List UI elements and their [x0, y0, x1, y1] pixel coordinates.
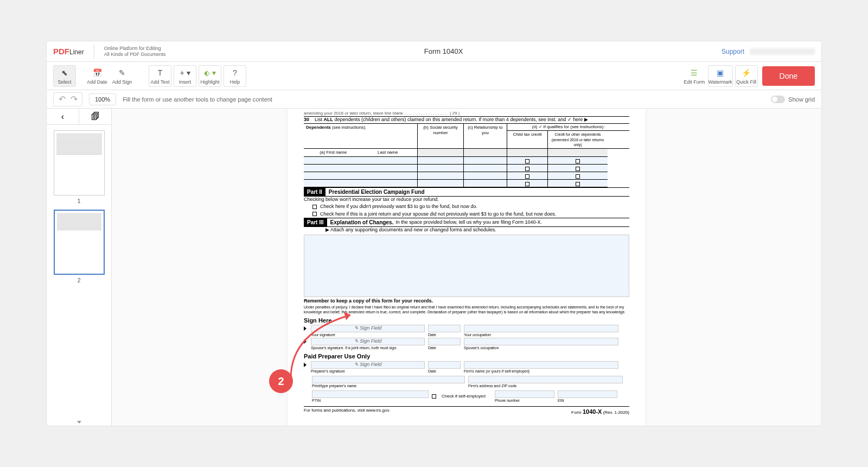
- plus-icon: + ▾: [180, 67, 190, 78]
- form-icon: ☰: [691, 67, 698, 78]
- annotation-arrow: [280, 311, 361, 381]
- divider: [94, 45, 94, 59]
- thumbnail-page-2[interactable]: 2: [54, 210, 105, 283]
- app-frame: PDFLiner Online Platform for Editing All…: [46, 41, 822, 426]
- thumbnails: 1 2: [47, 125, 111, 426]
- firm-name-field[interactable]: [464, 361, 618, 369]
- pages-tab[interactable]: 🗐: [79, 109, 111, 124]
- undo-redo-group: ↶ ↷: [53, 92, 82, 106]
- select-tool[interactable]: ⬉ Select: [53, 65, 76, 87]
- check-line-2[interactable]: Check here if this is a joint return and…: [304, 211, 629, 218]
- annotation-badge: 2: [269, 369, 293, 393]
- page-footer: For forms and publications, visit www.ir…: [304, 406, 629, 415]
- logo: PDFLiner Online Platform for Editing All…: [53, 45, 165, 59]
- thumbnail-page-1[interactable]: 1: [54, 130, 105, 204]
- self-employed-checkbox[interactable]: [432, 394, 436, 399]
- question-icon: ?: [233, 67, 237, 78]
- logo-desc: Online Platform for Editing All Kinds of…: [104, 46, 166, 58]
- scroll-down-icon[interactable]: [77, 421, 81, 424]
- highlight-button[interactable]: ⬖ ▾ Highlight: [199, 65, 221, 87]
- quick-fill-button[interactable]: ⚡ Quick Fill: [735, 65, 758, 87]
- check-line-1[interactable]: Check here if you didn't previously want…: [304, 203, 629, 211]
- insert-button[interactable]: + ▾ Insert: [174, 65, 196, 87]
- watermark-icon: ▣: [717, 67, 724, 78]
- zoom-level[interactable]: 100%: [89, 93, 116, 105]
- add-sign-button[interactable]: ✎ Add Sign: [111, 65, 133, 87]
- main-area: ‹ 🗐 1 2 amending your 2018 or later retu…: [47, 109, 821, 426]
- part-2-header: Part II Presidential Election Campaign F…: [304, 187, 629, 197]
- watermark-button[interactable]: ▣ Watermark: [708, 65, 733, 87]
- sidebar: ‹ 🗐 1 2: [47, 109, 112, 426]
- toggle-switch[interactable]: [771, 96, 785, 103]
- logo-liner: Liner: [69, 48, 84, 56]
- add-date-button[interactable]: 📅 Add Date: [86, 65, 108, 87]
- header: PDFLiner Online Platform for Editing All…: [47, 41, 821, 62]
- ptin-field[interactable]: [312, 390, 429, 398]
- dependent-row[interactable]: [304, 157, 629, 165]
- cutoff-text: amending your 2018 or later return, leav…: [304, 109, 629, 117]
- done-button[interactable]: Done: [762, 66, 815, 86]
- line-30: 30 List ALL dependents (children and oth…: [304, 117, 629, 123]
- redo-button[interactable]: ↷: [69, 94, 79, 104]
- lightning-icon: ⚡: [742, 67, 751, 78]
- cursor-icon: ⬉: [61, 67, 68, 78]
- highlighter-icon: ⬖ ▾: [204, 67, 216, 78]
- hint-text: Fill the form or use another tools to ch…: [123, 96, 272, 103]
- dependent-row[interactable]: [304, 172, 629, 180]
- ein-field[interactable]: [558, 390, 617, 398]
- support-link[interactable]: Support: [722, 48, 744, 55]
- dependent-row[interactable]: [304, 165, 629, 172]
- user-email-blurred: [750, 48, 815, 55]
- signature-icon: ✎: [119, 67, 125, 78]
- preparer-date-field[interactable]: [428, 361, 461, 369]
- logo-pdf: PDF: [53, 47, 69, 56]
- part-3-header: Part III Explanation of Changes. In the …: [304, 218, 629, 227]
- show-grid-toggle[interactable]: Show grid: [771, 96, 815, 103]
- date-field[interactable]: [428, 325, 461, 332]
- spouse-occupation-field[interactable]: [464, 338, 618, 345]
- edit-form-button[interactable]: ☰ Edit Form: [683, 65, 706, 87]
- help-button[interactable]: ? Help: [224, 65, 246, 87]
- chevron-left-icon: ‹: [61, 112, 64, 122]
- firm-address-field[interactable]: [468, 376, 623, 383]
- undo-button[interactable]: ↶: [57, 94, 67, 104]
- back-tab[interactable]: ‹: [47, 109, 79, 124]
- spouse-date-field[interactable]: [428, 338, 461, 345]
- occupation-field[interactable]: [464, 325, 618, 332]
- subbar: ↶ ↷ 100% Fill the form or use another to…: [47, 90, 821, 109]
- text-icon: T: [158, 67, 163, 78]
- add-text-button[interactable]: T Add Text: [149, 65, 171, 87]
- pages-icon: 🗐: [91, 112, 100, 122]
- header-right: Support: [722, 48, 815, 55]
- calendar-icon: 📅: [93, 67, 102, 78]
- canvas[interactable]: amending your 2018 or later return, leav…: [112, 109, 821, 426]
- dependent-row[interactable]: [304, 180, 629, 187]
- toolbar: ⬉ Select 📅 Add Date ✎ Add Sign T Add Tex…: [47, 62, 821, 90]
- dependents-table: Dependents (see instructions): (b) Socia…: [304, 123, 629, 187]
- phone-field[interactable]: [495, 390, 554, 398]
- explanation-textarea[interactable]: [304, 235, 629, 297]
- document-title: Form 1040X: [165, 47, 722, 55]
